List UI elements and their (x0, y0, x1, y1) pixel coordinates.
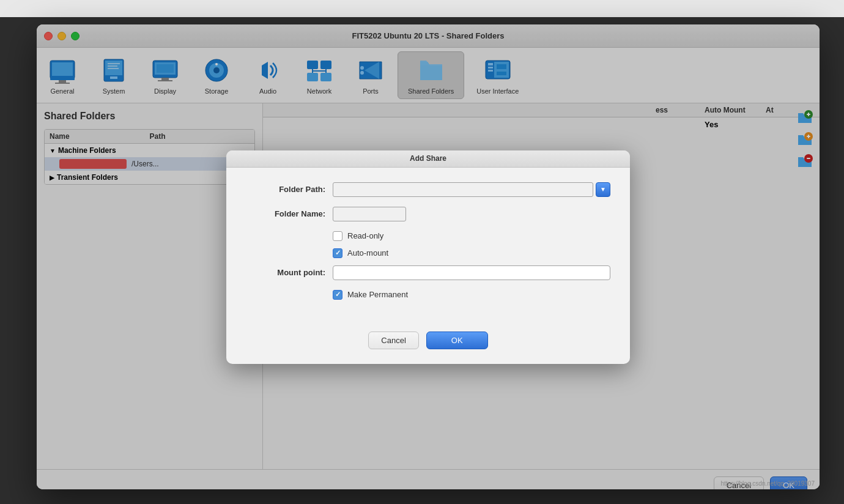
auto-mount-checkbox[interactable] (333, 248, 342, 258)
folder-path-control: ▼ (333, 182, 610, 197)
read-only-checkbox[interactable] (333, 231, 342, 241)
mount-point-input[interactable] (333, 265, 610, 280)
make-permanent-checkbox[interactable] (333, 290, 342, 300)
modal-overlay: Add Share Folder Path: ▼ Folder Name: (37, 24, 820, 489)
make-permanent-row: Make Permanent (333, 290, 610, 300)
folder-name-row: Folder Name: (246, 207, 610, 221)
read-only-label: Read-only (347, 231, 383, 240)
folder-path-label: Folder Path: (246, 185, 325, 194)
make-permanent-label: Make Permanent (347, 290, 408, 299)
auto-mount-label: Auto-mount (347, 248, 388, 258)
folder-path-input[interactable] (333, 182, 593, 197)
folder-name-control (333, 207, 610, 221)
modal-cancel-button[interactable]: Cancel (368, 332, 418, 349)
modal-buttons: Cancel OK (226, 322, 630, 364)
read-only-row: Read-only (333, 231, 610, 241)
auto-mount-row: Auto-mount (333, 248, 610, 258)
folder-name-input[interactable] (333, 207, 406, 221)
modal-title-bar: Add Share (226, 150, 630, 168)
folder-path-dropdown[interactable]: ▼ (596, 182, 610, 197)
main-window: FIT5202 Ubuntu 20 LTS - Shared Folders G… (37, 24, 820, 489)
mount-point-row: Mount point: (246, 265, 610, 280)
folder-name-label: Folder Name: (246, 209, 325, 218)
modal-content: Folder Path: ▼ Folder Name: Rea (226, 168, 630, 322)
modal-dialog: Add Share Folder Path: ▼ Folder Name: (226, 150, 630, 364)
folder-path-row: Folder Path: ▼ (246, 182, 610, 197)
modal-title: Add Share (410, 154, 446, 163)
modal-ok-button[interactable]: OK (426, 332, 488, 349)
bg-top-bar (0, 0, 844, 17)
mount-point-label: Mount point: (246, 268, 325, 277)
mount-point-control (333, 265, 610, 280)
